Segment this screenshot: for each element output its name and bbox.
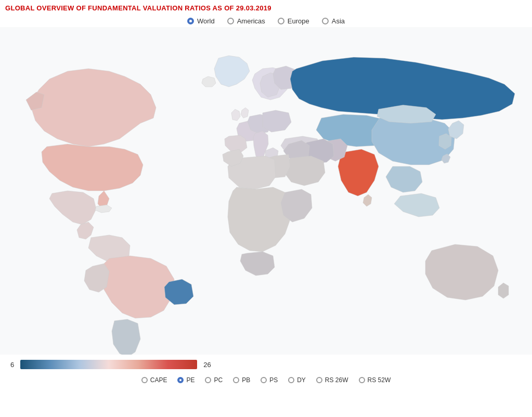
- metric-pc-label: PC: [214, 376, 223, 384]
- metric-pb[interactable]: PB: [233, 376, 250, 384]
- radio-rs26w[interactable]: [316, 377, 322, 383]
- region-europe-label: Europe: [288, 17, 309, 25]
- metric-tabs: CAPE PE PC PB PS DY RS 26W RS 52W: [0, 372, 532, 387]
- radio-dy[interactable]: [288, 377, 294, 383]
- region-tabs: World Americas Europe Asia: [0, 14, 532, 27]
- radio-asia[interactable]: [322, 18, 329, 24]
- radio-pe[interactable]: [177, 377, 184, 383]
- metric-rs26w-label: RS 26W: [325, 376, 348, 384]
- metric-pe-label: PE: [186, 376, 194, 384]
- radio-world[interactable]: [187, 18, 194, 24]
- legend-min-label: 6: [10, 361, 14, 369]
- radio-americas[interactable]: [227, 18, 234, 24]
- metric-ps[interactable]: PS: [261, 376, 278, 384]
- region-asia[interactable]: Asia: [322, 17, 345, 25]
- metric-pb-label: PB: [242, 376, 250, 384]
- metric-ps-label: PS: [269, 376, 278, 384]
- radio-pb[interactable]: [233, 377, 239, 383]
- radio-pc[interactable]: [205, 377, 211, 383]
- region-americas[interactable]: Americas: [227, 17, 265, 25]
- radio-cape[interactable]: [141, 377, 148, 383]
- legend-max-label: 26: [203, 361, 211, 369]
- radio-rs52w[interactable]: [359, 377, 365, 383]
- region-americas-label: Americas: [237, 17, 265, 25]
- metric-rs52w-label: RS 52W: [368, 376, 391, 384]
- metric-pc[interactable]: PC: [205, 376, 223, 384]
- region-world[interactable]: World: [187, 17, 215, 25]
- metric-rs26w[interactable]: RS 26W: [316, 376, 348, 384]
- legend-section: 6 26: [0, 355, 532, 372]
- metric-dy[interactable]: DY: [288, 376, 306, 384]
- radio-europe[interactable]: [278, 18, 284, 24]
- world-map: [0, 27, 532, 355]
- metric-cape[interactable]: CAPE: [141, 376, 167, 384]
- legend-bar: [20, 360, 197, 369]
- radio-ps[interactable]: [261, 377, 267, 383]
- page-title: GLOBAL OVERVIEW OF FUNDAMENTAL VALUATION…: [0, 0, 532, 14]
- region-world-label: World: [197, 17, 215, 25]
- metric-pe[interactable]: PE: [177, 376, 194, 384]
- metric-rs52w[interactable]: RS 52W: [359, 376, 391, 384]
- map-container: [0, 27, 532, 355]
- metric-cape-label: CAPE: [150, 376, 167, 384]
- region-asia-label: Asia: [332, 17, 345, 25]
- region-europe[interactable]: Europe: [278, 17, 309, 25]
- metric-dy-label: DY: [297, 376, 306, 384]
